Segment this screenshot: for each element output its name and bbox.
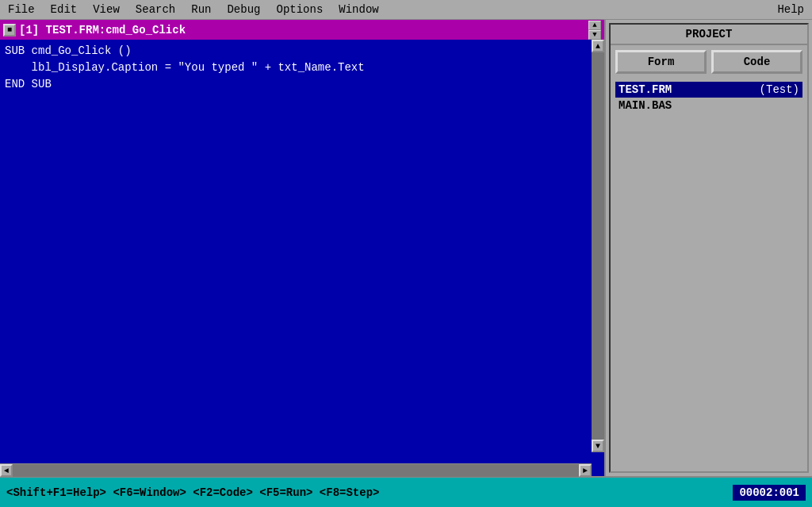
project-panel: PROJECT Form Code TEST.FRM (Test) MAIN.B… (606, 20, 812, 476)
project-form-button[interactable]: Form (615, 50, 707, 74)
project-title: PROJECT (611, 25, 807, 45)
hscroll-left-btn[interactable]: ◄ (0, 464, 13, 477)
editor-panel: ■ [1] TEST.FRM:cmd_Go_Click ▲ ▼ SUB cmd_… (0, 20, 606, 476)
project-file-main-name: MAIN.BAS (619, 99, 672, 112)
project-file-main[interactable]: MAIN.BAS (615, 98, 802, 113)
menu-options[interactable]: Options (268, 2, 331, 17)
project-files: TEST.FRM (Test) MAIN.BAS (611, 79, 807, 471)
project-file-test[interactable]: TEST.FRM (Test) (615, 82, 802, 98)
vscroll-up-btn[interactable]: ▲ (592, 40, 604, 52)
code-line-3: END SUB (5, 76, 599, 93)
menu-help[interactable]: Help (769, 2, 812, 17)
menu-window[interactable]: Window (331, 2, 386, 17)
editor-scroll-down-btn[interactable]: ▼ (588, 30, 601, 40)
code-editor[interactable]: SUB cmd_Go_Click () lbl_Display.Caption … (0, 40, 604, 476)
main-area: ■ [1] TEST.FRM:cmd_Go_Click ▲ ▼ SUB cmd_… (0, 20, 812, 476)
editor-hscrollbar: ◄ ► (0, 463, 592, 476)
project-border: PROJECT Form Code TEST.FRM (Test) MAIN.B… (609, 23, 809, 473)
editor-title: [1] TEST.FRM:cmd_Go_Click (19, 24, 186, 36)
menu-search[interactable]: Search (128, 2, 183, 17)
editor-scroll-up-btn[interactable]: ▲ (588, 21, 601, 30)
hscroll-track[interactable] (13, 464, 579, 477)
status-position: 00002:001 (733, 485, 806, 501)
vscroll-track[interactable] (592, 52, 604, 440)
statusbar: <Shift+F1=Help> <F6=Window> <F2=Code> <F… (0, 476, 812, 507)
project-file-test-extra: (Test) (760, 83, 799, 96)
code-line-2: lbl_Display.Caption = "You typed " + txt… (5, 60, 599, 76)
project-buttons: Form Code (611, 45, 807, 79)
menu-file[interactable]: File (0, 2, 43, 17)
project-file-test-name: TEST.FRM (619, 83, 672, 96)
editor-control-box[interactable]: ■ (3, 24, 16, 36)
menubar: File Edit View Search Run Debug Options … (0, 0, 812, 20)
code-line-1: SUB cmd_Go_Click () (5, 43, 599, 60)
hscroll-right-btn[interactable]: ► (579, 464, 592, 477)
editor-titlebar-arrows: ▲ ▼ (588, 21, 601, 40)
menu-run[interactable]: Run (183, 2, 219, 17)
menu-edit[interactable]: Edit (43, 2, 86, 17)
editor-vscrollbar: ▲ ▼ (592, 40, 604, 452)
menu-debug[interactable]: Debug (219, 2, 268, 17)
vscroll-down-btn[interactable]: ▼ (592, 440, 604, 452)
menu-view[interactable]: View (85, 2, 128, 17)
project-code-button[interactable]: Code (711, 50, 802, 74)
editor-titlebar-left: ■ [1] TEST.FRM:cmd_Go_Click (3, 24, 186, 36)
editor-titlebar: ■ [1] TEST.FRM:cmd_Go_Click ▲ ▼ (0, 20, 604, 40)
status-shortcuts: <Shift+F1=Help> <F6=Window> <F2=Code> <F… (6, 486, 379, 499)
